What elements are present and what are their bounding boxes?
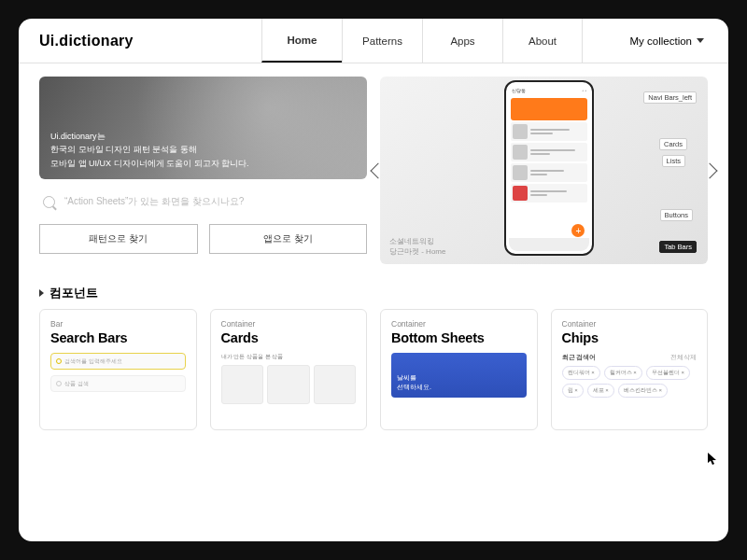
phone-list-item <box>511 122 587 141</box>
hero-line3: 모바일 앱 UI/UX 디자이너에게 도움이 되고자 합니다. <box>50 157 356 170</box>
find-by-pattern-button[interactable]: 패턴으로 찾기 <box>39 224 198 254</box>
phone-list-item <box>511 184 587 203</box>
phone-navbar: 신당동◦ ◦ <box>509 85 589 96</box>
hero-button-row: 패턴으로 찾기 앱으로 찾기 <box>39 224 367 254</box>
component-card-row: Bar Search Bars 검색어를 입력해주세요 상품 검색 Contai… <box>19 309 728 447</box>
hero-line1: Ui.dictionary는 <box>50 130 356 143</box>
showcase-caption: 소셜네트워킹 당근마켓 - Home <box>389 237 445 257</box>
triangle-right-icon <box>39 289 44 297</box>
phone-mockup: 신당동◦ ◦ + <box>504 80 594 256</box>
annot-buttons: Buttons <box>660 209 693 221</box>
component-card-searchbars[interactable]: Bar Search Bars 검색어를 입력해주세요 상품 검색 <box>39 309 197 430</box>
cursor-icon <box>708 453 717 466</box>
logo[interactable]: Ui.dictionary <box>19 19 261 63</box>
fab-add-icon: + <box>571 224 585 237</box>
nav-tabs: Home Patterns Apps About <box>261 19 583 63</box>
search-input[interactable]: “Action Sheets”가 있는 화면을 찾으시나요? <box>39 189 367 215</box>
phone-banner <box>511 98 587 120</box>
phone-list-item <box>511 163 587 182</box>
tab-patterns[interactable]: Patterns <box>342 19 422 63</box>
annot-tabbars: Tab Bars <box>659 241 697 253</box>
app-window: Ui.dictionary Home Patterns Apps About M… <box>19 19 728 541</box>
annot-lists: Lists <box>662 155 685 167</box>
tab-apps[interactable]: Apps <box>422 19 502 63</box>
search-icon <box>43 196 55 208</box>
topbar: Ui.dictionary Home Patterns Apps About M… <box>19 19 728 63</box>
section-components-title: 컴포넌트 <box>49 285 98 301</box>
component-card-cards[interactable]: Container Cards 내가 만든 상품을 본 상품 <box>210 309 368 430</box>
phone-tabbar <box>509 238 589 251</box>
section-components-head: 컴포넌트 <box>19 264 728 309</box>
tab-home[interactable]: Home <box>261 19 342 63</box>
showcase-carousel: 신당동◦ ◦ + Navi Bars_left Cards Lists Butt… <box>380 77 708 264</box>
hero-image: Ui.dictionary는 한국의 모바일 디자인 패턴 분석을 통해 모바일… <box>39 77 367 179</box>
phone-list-item <box>511 143 587 161</box>
annot-navbar: Navi Bars_left <box>643 91 697 104</box>
mini-preview <box>221 365 357 404</box>
mini-preview: 캔디워머 × 릴커머스 × 무선블렌더 × 립 × 세포 × 베스킨라빈스 × <box>562 366 698 398</box>
mini-preview: 검색어를 입력해주세요 <box>50 353 186 370</box>
component-card-bottomsheets[interactable]: Container Bottom Sheets 날씨를 선택하세요. <box>380 309 538 430</box>
find-by-app-button[interactable]: 앱으로 찾기 <box>209 224 368 254</box>
hero-row: Ui.dictionary는 한국의 모바일 디자인 패턴 분석을 통해 모바일… <box>19 63 728 264</box>
mini-preview: 날씨를 선택하세요. <box>391 353 527 398</box>
mini-preview: 상품 검색 <box>50 375 186 392</box>
component-card-chips[interactable]: Container Chips 최근 검색어 전체삭제 캔디워머 × 릴커머스 … <box>551 309 709 430</box>
search-placeholder: “Action Sheets”가 있는 화면을 찾으시나요? <box>64 195 244 208</box>
carousel-prev-button[interactable] <box>371 162 387 178</box>
hero-line2: 한국의 모바일 디자인 패턴 분석을 통해 <box>50 143 356 156</box>
annot-cards: Cards <box>659 138 687 150</box>
hero-left: Ui.dictionary는 한국의 모바일 디자인 패턴 분석을 통해 모바일… <box>39 77 367 264</box>
carousel-next-button[interactable] <box>702 162 718 178</box>
chevron-down-icon <box>697 38 704 43</box>
my-collection-label: My collection <box>630 35 692 47</box>
my-collection-menu[interactable]: My collection <box>606 19 728 63</box>
tab-about[interactable]: About <box>502 19 583 63</box>
